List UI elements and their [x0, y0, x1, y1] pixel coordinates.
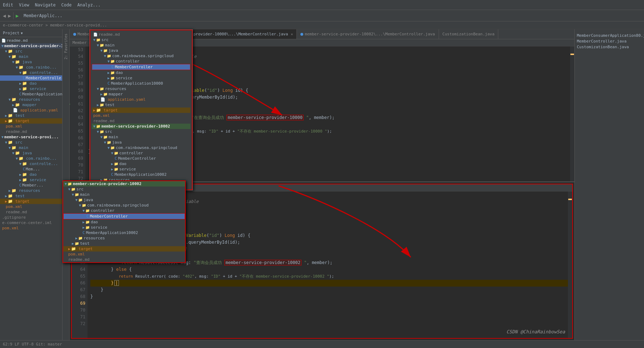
tree-item[interactable]: ▼ 📁 src	[0, 140, 62, 145]
tree-item[interactable]: pom.xml	[0, 225, 62, 231]
overlay-tree-item[interactable]: ▼ 📁 controller	[92, 150, 190, 156]
bottom-overlay-item[interactable]: pom.xml	[63, 252, 185, 257]
bottom-overlay-item[interactable]: ▼ 📁 com.rainbowsea.springcloud	[63, 203, 185, 208]
tree-item[interactable]: 📄 readme.md	[0, 38, 62, 43]
overlay-tree-item[interactable]: C MemberApplication10002	[92, 172, 190, 177]
tree-item[interactable]: ▶ 📁 test	[0, 193, 62, 199]
overlay-tree-item[interactable]: pom.xml	[92, 113, 190, 118]
overlay-tree-item[interactable]: ▼ 📁 src	[92, 129, 190, 134]
tree-item[interactable]: C MemberApplication1...	[0, 91, 62, 97]
tree-item[interactable]: ▼ 📁 resources	[0, 97, 62, 102]
overlay-tree-10002[interactable]: ▼ 📁 member-service-provider-10002	[92, 124, 190, 129]
overlay-tree-item[interactable]: ▶ 📁 service	[92, 75, 190, 81]
tree-item[interactable]: ▼ 📁 com.rainbo...	[0, 65, 62, 70]
overlay-tree-item[interactable]: ▼ 📁 com.rainbowsea.springcloud	[92, 53, 190, 59]
menu-item-code[interactable]: Code	[61, 3, 72, 8]
tree-item[interactable]: ▼ 📁 controlle...	[0, 161, 62, 166]
tree-item-target2[interactable]: ▶ 📁 target	[0, 199, 62, 204]
overlay-tree-item[interactable]: ▶ 📁 dao	[92, 161, 190, 166]
bottom-overlay-item[interactable]: ▶ 📁 target	[63, 246, 185, 252]
right-file-item[interactable]: MemberConsumerApplication80.java	[577, 33, 642, 38]
bottom-overlay-item[interactable]: ▶ 📁 resources	[63, 235, 185, 241]
overlay-tree-item[interactable]: ▶ 📁 test	[92, 102, 190, 108]
tree-item[interactable]: ▶ 📁 mapper	[0, 102, 62, 108]
tree-item[interactable]: ▶ 📁 dao	[0, 81, 62, 86]
bottom-overlay-item[interactable]: ▶ 📁 test	[63, 241, 185, 246]
back-icon[interactable]: ◀	[3, 13, 6, 19]
bottom-overlay-item[interactable]: ▼ 📁 src	[63, 187, 185, 192]
overlay-tree-item[interactable]: readme.md	[92, 118, 190, 124]
tree-item[interactable]: .gitignore	[0, 215, 62, 220]
menu-item-navigate[interactable]: Navigate	[35, 3, 56, 8]
overlay-tree-item[interactable]: ▼ 📁 main	[92, 134, 190, 140]
overlay-tree-item[interactable]: ▶ 📁 service	[92, 166, 190, 172]
tree-item[interactable]: ▼ 📁 java	[0, 59, 62, 65]
tree-item-provider-10002[interactable]: ▼ member-service-provi...	[0, 134, 62, 140]
tab-customization[interactable]: CustomizationBean.java	[439, 29, 499, 39]
bottom-overlay-item[interactable]: readme.md	[63, 257, 185, 262]
breadcrumb: e-commerce-center > member-service-provi…	[0, 21, 644, 29]
run-icon[interactable]: ▶	[16, 13, 19, 19]
bottom-overlay-item[interactable]: ▶ 📁 service	[63, 225, 185, 230]
overlay-tree-item[interactable]: C MemberController	[92, 156, 190, 161]
overlay-tree-item[interactable]: ▼ 📁 java	[92, 48, 190, 53]
line-numbers-top: 5354555657 585960 ●61 62636465 66676869 …	[70, 46, 85, 182]
menu-item-analyze[interactable]: Analyz...	[78, 3, 101, 8]
bottom-overlay-provider[interactable]: ▼ 📁 member-service-provider-10002	[63, 181, 185, 187]
tree-item[interactable]: ▼ 📁 controlle...	[0, 70, 62, 75]
tree-item[interactable]: ▶ 📁 test	[0, 113, 62, 118]
tree-item-member-controller[interactable]: C MemberControlle...	[0, 75, 62, 81]
tree-item[interactable]: 📄 application.yaml	[0, 108, 62, 113]
tree-item[interactable]: readme.md	[0, 129, 62, 134]
tree-item[interactable]: pom.xml	[0, 124, 62, 129]
overlay-tree-item[interactable]: ▼ 📁 com.rainbowsea.springcloud	[92, 145, 190, 150]
overlay-tree-item[interactable]: 📄 application.yaml	[92, 97, 190, 102]
overlay-tree-item[interactable]: ▼ 📁 controller	[92, 59, 190, 64]
tree-item[interactable]: ▶ 📁 resources	[0, 188, 62, 193]
tree-item-target[interactable]: ▶ 📁 target	[0, 118, 62, 124]
menu-item-view[interactable]: View	[19, 3, 29, 8]
overlay-tree-item[interactable]: C MemberApplication10000	[92, 81, 190, 86]
tree-item[interactable]: e-commerce-center.iml	[0, 220, 62, 225]
tree-item[interactable]: ▼ 📁 java	[0, 150, 62, 156]
scrollbar-bottom[interactable]	[568, 192, 572, 338]
overlay-member-controller[interactable]: C MemberController	[92, 64, 190, 70]
overlay-tree-item[interactable]: ▼ 📁 java	[92, 140, 190, 145]
favorites-label[interactable]: 2: Favorites	[63, 32, 69, 61]
bottom-project-overlay[interactable]: ▼ 📁 member-service-provider-10002 ▼ 📁 sr…	[63, 180, 186, 263]
project-panel-header[interactable]: Project ▼	[0, 29, 62, 37]
project-tree[interactable]: 📄 readme.md ▼ member-service-provider-10…	[0, 37, 62, 340]
bottom-member-controller[interactable]: C MemberController	[63, 213, 185, 219]
right-file-item[interactable]: CustomizationBean.java	[577, 45, 642, 49]
overlay-tree-item[interactable]: ▼ 📁 src	[92, 37, 190, 43]
forward-icon[interactable]: ▶	[8, 13, 11, 19]
tree-item[interactable]: ▼ 📁 src	[0, 49, 62, 54]
tree-item[interactable]: C Mem...	[0, 166, 62, 172]
tree-item[interactable]: C Member...	[0, 183, 62, 188]
overlay-tree-item[interactable]: ▼ 📁 resources	[92, 86, 190, 91]
right-file-item[interactable]: MemberController.java	[577, 39, 642, 44]
tree-item[interactable]: pom.xml	[0, 204, 62, 209]
tree-item[interactable]: ▼ 📁 main	[0, 145, 62, 150]
bottom-overlay-item[interactable]: ▼ 📁 controller	[63, 208, 185, 213]
tree-item[interactable]: ▼ member-service-provider-10000	[0, 43, 62, 49]
tab-provider-10002[interactable]: member-service-provider-10002\...\Member…	[297, 29, 439, 39]
scrollbar-top[interactable]	[570, 46, 574, 182]
top-project-overlay[interactable]: 📄 readme.md ▼ 📁 src ▼ 📁 main ▼ 📁 java ▼ …	[89, 29, 193, 190]
overlay-tree-item[interactable]: 📄 readme.md	[92, 32, 190, 37]
overlay-tree-item[interactable]: ▼ 📁 main	[92, 43, 190, 48]
bottom-overlay-item[interactable]: C MemberApplication10002	[63, 230, 185, 235]
overlay-tree-item[interactable]: ▶ 📁 mapper	[92, 91, 190, 97]
bottom-overlay-item[interactable]: ▼ 📁 java	[63, 197, 185, 203]
overlay-tree-item[interactable]: ▶ 📁 dao	[92, 70, 190, 75]
tree-item[interactable]: ▶ 📁 dao	[0, 172, 62, 177]
tree-item[interactable]: ▶ 📁 service	[0, 177, 62, 183]
tree-item[interactable]: readme.md	[0, 209, 62, 215]
menu-item-edit[interactable]: Edit	[3, 3, 13, 8]
bottom-overlay-item[interactable]: ▶ 📁 dao	[63, 219, 185, 225]
tree-item[interactable]: ▼ 📁 com.rainbo...	[0, 156, 62, 161]
tree-item-service[interactable]: ▶ 📁 service	[0, 86, 62, 91]
overlay-tree-item[interactable]: ▶ 📁 target	[92, 108, 190, 113]
tree-item[interactable]: ▼ 📁 main	[0, 54, 62, 59]
bottom-overlay-item[interactable]: ▼ 📁 main	[63, 192, 185, 197]
